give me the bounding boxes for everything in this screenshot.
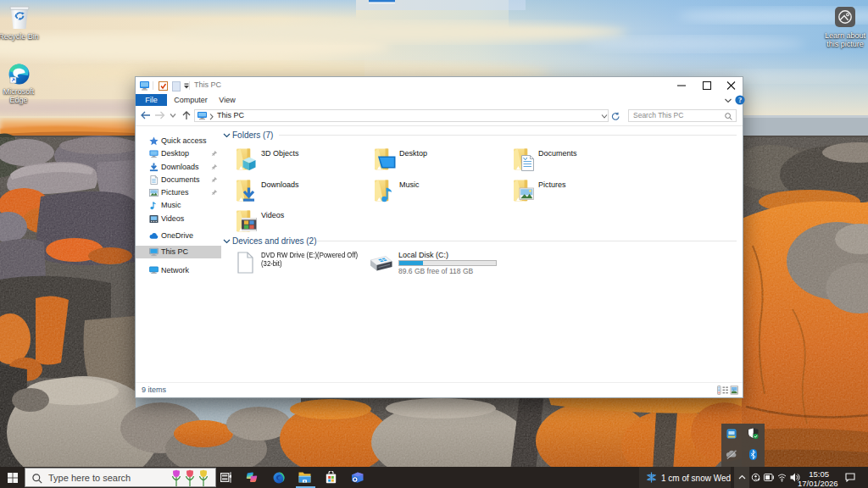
svg-text:?: ?: [738, 96, 742, 104]
